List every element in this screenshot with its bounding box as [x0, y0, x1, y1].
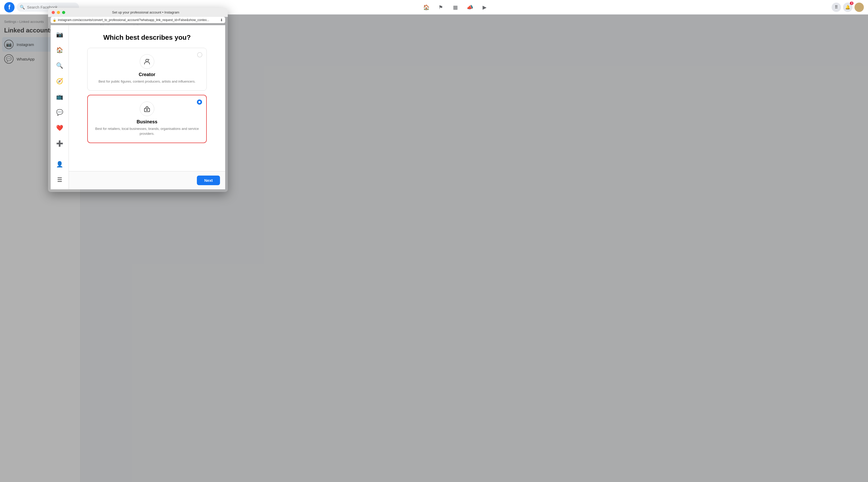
creator-card[interactable]: Creator Best for public figures, content…	[87, 48, 207, 91]
browser-title: Set up your professional account • Insta…	[67, 10, 224, 14]
ig-nav-home[interactable]: 🏠	[55, 45, 65, 55]
ig-nav-search[interactable]: 🔍	[55, 61, 65, 71]
ig-nav-reels[interactable]: 📺	[55, 92, 65, 102]
creator-title: Creator	[139, 72, 155, 77]
business-icon	[140, 101, 154, 116]
modal-question: Which best describes you?	[103, 33, 191, 41]
ig-nav-more[interactable]: ☰	[55, 175, 65, 185]
ig-nav-explore[interactable]: 🧭	[55, 76, 65, 87]
creator-desc: Best for public figures, content produce…	[98, 79, 195, 84]
ig-nav-create[interactable]: ➕	[55, 138, 65, 149]
business-card[interactable]: Business Best for retailers, local busin…	[87, 95, 207, 143]
lock-icon: 🔒	[53, 19, 56, 22]
business-radio	[197, 99, 202, 105]
browser-titlebar: Set up your professional account • Insta…	[48, 8, 228, 17]
ig-nav-notifications[interactable]: ❤️	[55, 123, 65, 133]
minimize-button[interactable]	[57, 11, 60, 14]
svg-point-0	[146, 59, 148, 62]
nav-home[interactable]: 🏠	[420, 2, 432, 12]
instagram-sidebar: 📷 🏠 🔍 🧭 📺 💬 ❤️ ➕ 👤 ☰	[51, 25, 69, 189]
ig-nav-messages[interactable]: 💬	[55, 107, 65, 118]
business-title: Business	[136, 119, 157, 125]
search-icon: 🔍	[20, 5, 25, 10]
maximize-button[interactable]	[62, 11, 65, 14]
creator-icon	[140, 54, 154, 69]
url-bar[interactable]: 🔒 instagram.com/accounts/convert_to_prof…	[51, 17, 225, 23]
ig-icon-logo: 📷	[55, 29, 65, 40]
popup-window: Set up your professional account • Insta…	[48, 8, 228, 192]
creator-radio	[197, 52, 202, 57]
download-icon: ⬇	[220, 18, 223, 22]
modal-footer: Next	[69, 171, 225, 189]
ig-nav-profile[interactable]: 👤	[55, 159, 65, 169]
ig-main-area: Which best describes you? Creator Best f…	[69, 25, 225, 189]
popup-scroll-area: Which best describes you? Creator Best f…	[69, 25, 225, 171]
business-desc: Best for retailers, local businesses, br…	[93, 126, 201, 136]
next-button[interactable]: Next	[197, 175, 220, 185]
facebook-logo[interactable]: f	[4, 2, 14, 12]
url-text: instagram.com/accounts/convert_to_profes…	[58, 18, 218, 22]
modal-body: 📷 🏠 🔍 🧭 📺 💬 ❤️ ➕ 👤 ☰ Which best describe…	[51, 25, 225, 189]
close-button[interactable]	[52, 11, 55, 14]
